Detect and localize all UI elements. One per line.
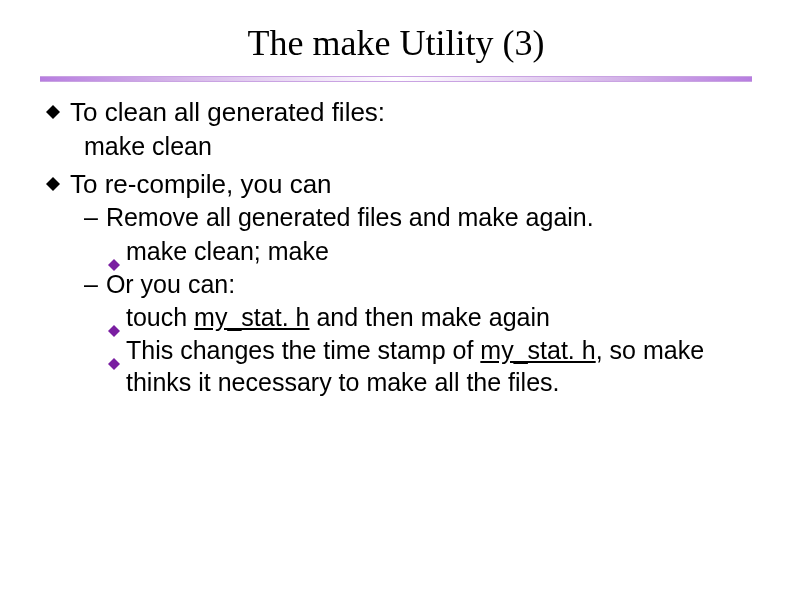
bullet-2-item-1-sub-1: make clean; make [108, 236, 752, 267]
text-underlined: my_stat. h [194, 303, 309, 331]
svg-marker-3 [108, 325, 120, 337]
dash-bullet-icon: – [84, 269, 98, 300]
mini-diamond-icon [108, 312, 120, 324]
mini-diamond-icon [108, 345, 120, 357]
text-pre: touch [126, 303, 194, 331]
diamond-bullet-icon [46, 177, 60, 191]
bullet-1: To clean all generated files: make clean [40, 96, 752, 162]
bullet-2-item-2-sub-1-text: touch my_stat. h and then make again [126, 302, 550, 333]
bullet-2-item-1: – Remove all generated files and make ag… [84, 202, 752, 267]
bullet-2-item-2-sub-2: This changes the time stamp of my_stat. … [108, 335, 752, 398]
diamond-bullet-icon [46, 105, 60, 119]
bullet-2-text: To re-compile, you can [70, 168, 332, 201]
bullet-2-item-2-sub-2-text: This changes the time stamp of my_stat. … [126, 335, 752, 398]
bullet-2-item-1-sub-1-text: make clean; make [126, 236, 329, 267]
svg-marker-1 [46, 177, 60, 191]
bullet-2-item-1-text: Remove all generated files and make agai… [106, 202, 594, 233]
slide-title: The make Utility (3) [40, 22, 752, 64]
text-post: and then make again [309, 303, 549, 331]
slide-body: To clean all generated files: make clean… [40, 82, 752, 398]
bullet-2: To re-compile, you can – Remove all gene… [40, 168, 752, 398]
text-pre: This changes the time stamp of [126, 336, 480, 364]
slide: The make Utility (3) To clean all genera… [0, 0, 792, 612]
bullet-2-item-2-sub-1: touch my_stat. h and then make again [108, 302, 752, 333]
bullet-2-item-2: – Or you can: touch my_stat. h and then … [84, 269, 752, 398]
svg-marker-0 [46, 105, 60, 119]
mini-diamond-icon [108, 246, 120, 258]
bullet-2-item-2-text: Or you can: [106, 269, 235, 300]
text-underlined: my_stat. h [480, 336, 595, 364]
dash-bullet-icon: – [84, 202, 98, 233]
bullet-1-sub: make clean [84, 131, 752, 162]
bullet-1-text: To clean all generated files: [70, 96, 385, 129]
svg-marker-4 [108, 358, 120, 370]
